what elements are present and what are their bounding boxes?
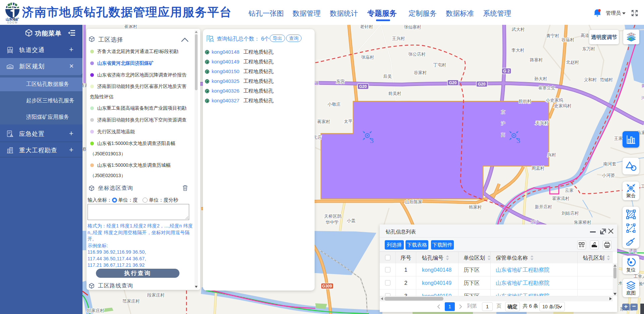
- svg-text:后吴: 后吴: [383, 74, 392, 79]
- svg-text:速: 速: [315, 81, 319, 86]
- svg-text:华中学: 华中学: [326, 220, 339, 225]
- svg-text:3: 3: [517, 136, 520, 145]
- svg-text:崔寨立交: 崔寨立交: [538, 86, 555, 90]
- svg-text:天兴村: 天兴村: [536, 120, 549, 125]
- svg-text:北赵村: 北赵村: [566, 60, 579, 65]
- svg-text:范铺村: 范铺村: [600, 77, 613, 82]
- svg-text:高道: 高道: [581, 33, 589, 38]
- svg-text:SDGM: SDGM: [7, 21, 18, 23]
- svg-text:前吴村: 前吴村: [388, 91, 401, 96]
- svg-text:王兴村: 王兴村: [392, 36, 405, 41]
- svg-text:武大村: 武大村: [512, 27, 525, 32]
- svg-text:京沪: 京沪: [531, 220, 539, 224]
- svg-text:云家: 云家: [565, 188, 574, 193]
- svg-text:张公店村: 张公店村: [408, 52, 426, 57]
- svg-text:前街村: 前街村: [519, 99, 532, 104]
- svg-text:工: 工: [641, 184, 644, 189]
- svg-text:工舍人: 工舍人: [634, 274, 644, 279]
- svg-text:路寨村: 路寨村: [530, 57, 543, 62]
- svg-text:李大村: 李大村: [512, 48, 525, 53]
- svg-text:霍家流村: 霍家流村: [552, 196, 570, 201]
- svg-text:G20: G20: [359, 84, 367, 89]
- svg-text:孙大村: 孙大村: [534, 76, 547, 81]
- svg-text:青宁村: 青宁村: [546, 33, 559, 38]
- svg-text:3: 3: [370, 136, 374, 145]
- svg-text:谷庙村: 谷庙村: [561, 37, 575, 42]
- svg-text:京: 京: [501, 110, 505, 114]
- svg-text:丁屯村: 丁屯村: [433, 62, 446, 67]
- svg-text:朱家桥村: 朱家桥村: [574, 220, 591, 225]
- svg-text:兴村: 兴村: [547, 152, 556, 157]
- svg-text:小盖: 小盖: [346, 218, 356, 223]
- svg-text:高: 高: [501, 133, 505, 137]
- svg-text:河: 河: [641, 96, 644, 100]
- svg-text:南河套: 南河套: [603, 161, 616, 166]
- svg-text:G20: G20: [478, 82, 486, 87]
- svg-text:天桥区鹊: 天桥区鹊: [324, 214, 341, 219]
- svg-text:老针村: 老针村: [360, 24, 373, 29]
- svg-text:义和村: 义和村: [584, 77, 597, 82]
- svg-text:张庙村: 张庙村: [361, 55, 374, 60]
- svg-text:G 2: G 2: [503, 69, 510, 73]
- svg-text:山后陈家: 山后陈家: [405, 199, 422, 204]
- svg-text:刘姑店村: 刘姑店村: [561, 211, 579, 216]
- svg-text:东营: 东营: [336, 79, 345, 84]
- svg-text:范家庄村: 范家庄村: [122, 299, 140, 304]
- svg-text:邱家庄村: 邱家庄村: [87, 308, 104, 313]
- svg-text:小河荟: 小河荟: [602, 173, 615, 178]
- svg-text:济南: 济南: [629, 249, 638, 253]
- svg-text:张仙寨村: 张仙寨村: [404, 24, 421, 30]
- svg-text:段家庄村: 段家庄村: [147, 293, 165, 298]
- svg-text:小敬庄: 小敬庄: [327, 102, 341, 107]
- svg-text:周盂村: 周盂村: [532, 166, 545, 171]
- svg-text:史家坞村: 史家坞村: [554, 103, 572, 108]
- svg-text:蔡: 蔡: [83, 147, 87, 152]
- svg-text:韩家村: 韩家村: [469, 205, 482, 210]
- svg-text:G309: G309: [322, 284, 332, 289]
- svg-text:小史家坞: 小史家坞: [545, 98, 563, 103]
- svg-text:G20: G20: [449, 81, 457, 85]
- svg-text:太平: 太平: [344, 119, 353, 124]
- svg-text:蒋家村: 蒋家村: [317, 119, 330, 124]
- svg-text:沪: 沪: [501, 121, 505, 126]
- svg-text:东万村: 东万村: [582, 46, 595, 51]
- svg-text:谷家村: 谷家村: [414, 70, 427, 75]
- svg-text:新开店村: 新开店村: [535, 204, 552, 209]
- svg-text:黄: 黄: [641, 84, 644, 88]
